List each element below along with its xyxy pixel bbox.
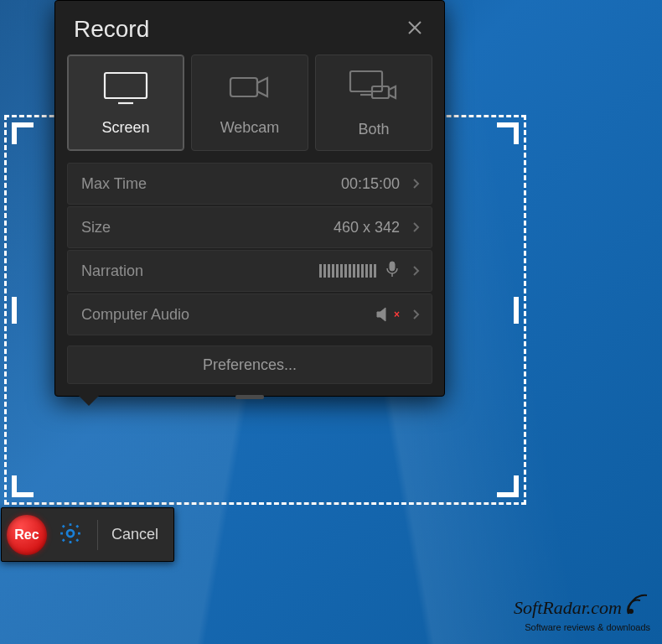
max-time-value: 00:15:00 [341,175,400,193]
watermark: SoftRadar.com Software reviews & downloa… [514,594,650,632]
microphone-icon [385,261,400,282]
webcam-icon [225,70,274,109]
record-toolbar: Rec Cancel [1,507,174,562]
svg-rect-4 [350,71,382,91]
source-webcam-label: Webcam [220,119,280,137]
watermark-tagline: Software reviews & downloads [514,622,650,632]
narration-label: Narration [81,262,143,280]
screen-icon [101,70,150,109]
preferences-label: Preferences... [203,356,297,374]
toolbar-separator [97,520,98,550]
panel-drag-handle[interactable] [235,395,264,399]
source-webcam-button[interactable]: Webcam [191,55,308,151]
svg-rect-7 [390,262,395,271]
panel-pointer [79,396,99,406]
chevron-right-icon [408,263,423,278]
setting-max-time[interactable]: Max Time 00:15:00 [67,163,432,205]
preferences-button[interactable]: Preferences... [67,345,432,384]
settings-button[interactable] [55,520,85,550]
size-value: 460 x 342 [334,219,400,236]
close-icon [406,19,423,39]
cancel-button-label: Cancel [111,526,158,543]
svg-rect-1 [105,73,147,98]
panel-title: Record [74,16,149,43]
setting-size[interactable]: Size 460 x 342 [67,206,432,248]
record-button-label: Rec [14,527,39,543]
record-panel: Record Screen Webcam [54,0,445,397]
setting-computer-audio[interactable]: Computer Audio × [67,293,432,335]
setting-narration[interactable]: Narration [67,250,432,292]
source-screen-label: Screen [101,119,149,137]
chevron-right-icon [408,307,423,322]
computer-audio-label: Computer Audio [81,306,189,324]
watermark-brand: SoftRadar.com [514,597,622,619]
cancel-button[interactable]: Cancel [105,522,165,547]
source-both-button[interactable]: Both [315,55,432,151]
speaker-muted-icon: × [375,307,400,322]
gear-icon [58,521,83,549]
record-button[interactable]: Rec [7,515,47,555]
source-both-label: Both [358,121,389,138]
chevron-right-icon [408,176,423,191]
svg-rect-3 [230,78,257,96]
audio-level-meter [319,264,376,278]
svg-point-9 [628,609,634,614]
radar-icon [627,594,650,622]
size-label: Size [81,219,111,236]
max-time-label: Max Time [81,175,147,193]
settings-list: Max Time 00:15:00 Size 460 x 342 Narrati… [67,163,432,335]
both-icon [347,68,401,111]
chevron-right-icon [408,220,423,235]
source-screen-button[interactable]: Screen [67,55,184,151]
source-row: Screen Webcam Both [67,55,432,151]
panel-header: Record [55,1,444,55]
close-button[interactable] [404,18,426,40]
svg-point-0 [67,530,74,537]
